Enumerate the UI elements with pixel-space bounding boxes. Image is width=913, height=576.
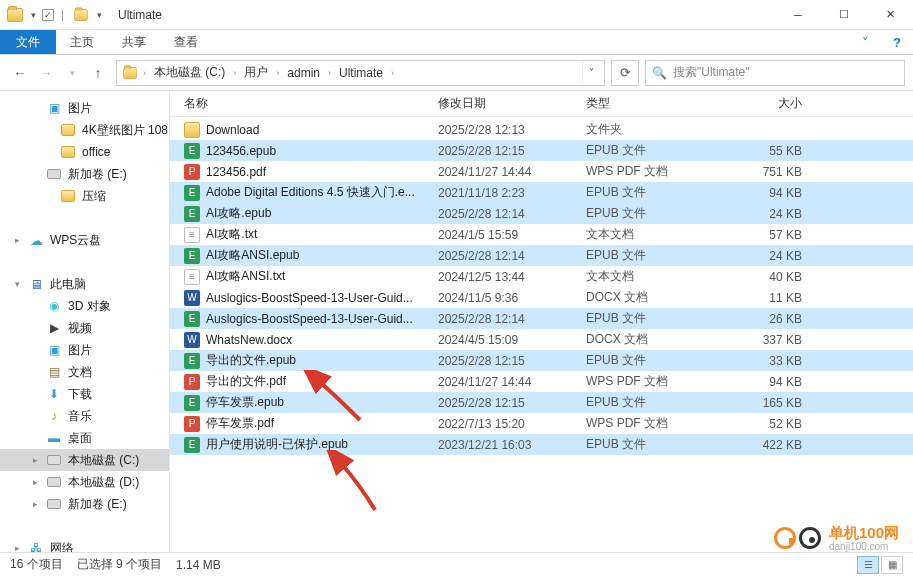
file-row[interactable]: EAI攻略ANSI.epub2025/2/28 12:14EPUB 文件24 K…	[170, 245, 913, 266]
minimize-button[interactable]: ─	[775, 0, 821, 30]
address-bar[interactable]: › 本地磁盘 (C:) › 用户 › admin › Ultimate › ˅	[116, 60, 605, 86]
file-row[interactable]: P导出的文件.pdf2024/11/27 14:44WPS PDF 文档94 K…	[170, 371, 913, 392]
nav-item-label: 4K壁纸图片 108	[82, 122, 168, 139]
file-row[interactable]: P停车发票.pdf2022/7/13 15:20WPS PDF 文档52 KB	[170, 413, 913, 434]
file-size: 165 KB	[714, 396, 824, 410]
title-bar: ▾ ✓ │ ▾ Ultimate ─ ☐ ✕	[0, 0, 913, 30]
chevron-right-icon[interactable]: ›	[326, 68, 333, 78]
view-details-button[interactable]: ☰	[857, 556, 879, 574]
nav-item[interactable]: 新加卷 (E:)	[0, 163, 169, 185]
col-header-size[interactable]: 大小	[714, 95, 824, 112]
nav-item-label: 此电脑	[50, 276, 86, 293]
history-dropdown[interactable]: ▾	[60, 61, 84, 85]
nav-item[interactable]: ⬇下载	[0, 383, 169, 405]
file-row[interactable]: E停车发票.epub2025/2/28 12:15EPUB 文件165 KB	[170, 392, 913, 413]
chevron-right-icon[interactable]: ›	[231, 68, 238, 78]
nav-item[interactable]: ▣图片	[0, 97, 169, 119]
nav-item[interactable]: ▸☁WPS云盘	[0, 229, 169, 251]
nav-item[interactable]: ◉3D 对象	[0, 295, 169, 317]
nav-item[interactable]: ▤文档	[0, 361, 169, 383]
file-date: 2025/2/28 12:14	[438, 312, 586, 326]
qat-sep-icon: │	[58, 10, 68, 20]
navigation-pane[interactable]: ▣图片4K壁纸图片 108office新加卷 (E:)压缩▸☁WPS云盘▾🖥此电…	[0, 91, 170, 552]
col-header-date[interactable]: 修改日期	[438, 95, 586, 112]
file-size: 94 KB	[714, 186, 824, 200]
file-tab[interactable]: 文件	[0, 30, 56, 54]
nav-item[interactable]: ▣图片	[0, 339, 169, 361]
nav-item[interactable]: ▬桌面	[0, 427, 169, 449]
tab-view[interactable]: 查看	[160, 30, 212, 54]
qat-properties-checkbox[interactable]: ✓	[42, 9, 54, 21]
breadcrumb-seg-2[interactable]: admin	[283, 61, 324, 85]
file-row[interactable]: WAuslogics-BoostSpeed-13-User-Guid...202…	[170, 287, 913, 308]
back-button[interactable]: ←	[8, 61, 32, 85]
breadcrumb-seg-1[interactable]: 用户	[240, 61, 272, 85]
col-header-name[interactable]: 名称	[178, 95, 438, 112]
refresh-button[interactable]: ⟳	[611, 60, 639, 86]
expand-icon[interactable]: ▸	[30, 477, 40, 487]
file-row[interactable]: EAdobe Digital Editions 4.5 快速入门.e...202…	[170, 182, 913, 203]
expand-icon[interactable]: ▸	[12, 235, 22, 245]
file-size: 52 KB	[714, 417, 824, 431]
watermark: 单机100网 danji100.com	[774, 524, 899, 552]
breadcrumb-seg-3[interactable]: Ultimate	[335, 61, 387, 85]
folder-small-icon[interactable]	[72, 6, 90, 24]
nav-item[interactable]: ♪音乐	[0, 405, 169, 427]
file-row[interactable]: E123456.epub2025/2/28 12:15EPUB 文件55 KB	[170, 140, 913, 161]
expand-icon[interactable]: ▸	[30, 455, 40, 465]
nav-item[interactable]: ▾🖥此电脑	[0, 273, 169, 295]
expand-icon[interactable]: ▸	[30, 499, 40, 509]
file-row[interactable]: E用户使用说明-已保护.epub2023/12/21 16:03EPUB 文件4…	[170, 434, 913, 455]
file-row[interactable]: ≡AI攻略ANSI.txt2024/12/5 13:44文本文档40 KB	[170, 266, 913, 287]
nav-item[interactable]: ▸本地磁盘 (C:)	[0, 449, 169, 471]
breadcrumb-seg-0[interactable]: 本地磁盘 (C:)	[150, 61, 229, 85]
help-button[interactable]: ?	[881, 30, 913, 54]
tab-share[interactable]: 共享	[108, 30, 160, 54]
forward-button[interactable]: →	[34, 61, 58, 85]
nav-item-label: 新加卷 (E:)	[68, 496, 127, 513]
qat-overflow-icon[interactable]: ▾	[94, 10, 104, 20]
nav-item[interactable]: ▸本地磁盘 (D:)	[0, 471, 169, 493]
nav-spacer	[0, 515, 169, 537]
chevron-right-icon[interactable]: ›	[141, 68, 148, 78]
file-size: 26 KB	[714, 312, 824, 326]
expand-icon[interactable]: ▸	[12, 543, 22, 552]
up-button[interactable]: ↑	[86, 61, 110, 85]
file-list[interactable]: Download2025/2/28 12:13文件夹E123456.epub20…	[170, 117, 913, 552]
nav-item[interactable]: ▶视频	[0, 317, 169, 339]
nav-item[interactable]: ▸新加卷 (E:)	[0, 493, 169, 515]
file-name: 导出的文件.pdf	[206, 373, 286, 390]
nav-item[interactable]: 压缩	[0, 185, 169, 207]
column-headers[interactable]: 名称 修改日期 类型 大小	[170, 91, 913, 117]
col-header-type[interactable]: 类型	[586, 95, 714, 112]
file-size: 11 KB	[714, 291, 824, 305]
tab-home[interactable]: 主页	[56, 30, 108, 54]
nav-item-label: 下载	[68, 386, 92, 403]
nav-item[interactable]: ▸🖧网络	[0, 537, 169, 552]
file-row[interactable]: P123456.pdf2024/11/27 14:44WPS PDF 文档751…	[170, 161, 913, 182]
file-row[interactable]: EAuslogics-BoostSpeed-13-User-Guid...202…	[170, 308, 913, 329]
view-icons-button[interactable]: ▦	[881, 556, 903, 574]
search-input[interactable]: 🔍 搜索"Ultimate"	[645, 60, 905, 86]
folder-row[interactable]: Download2025/2/28 12:13文件夹	[170, 119, 913, 140]
nav-item[interactable]: office	[0, 141, 169, 163]
ribbon-expand-button[interactable]: ˅	[849, 30, 881, 54]
chevron-right-icon[interactable]: ›	[389, 68, 396, 78]
chevron-right-icon[interactable]: ›	[274, 68, 281, 78]
file-type: DOCX 文档	[586, 289, 714, 306]
file-row[interactable]: EAI攻略.epub2025/2/28 12:14EPUB 文件24 KB	[170, 203, 913, 224]
expand-icon[interactable]: ▾	[12, 279, 22, 289]
file-row[interactable]: E导出的文件.epub2025/2/28 12:15EPUB 文件33 KB	[170, 350, 913, 371]
nav-item[interactable]: 4K壁纸图片 108	[0, 119, 169, 141]
close-button[interactable]: ✕	[867, 0, 913, 30]
address-dropdown-icon[interactable]: ˅	[582, 61, 600, 85]
file-row[interactable]: WWhatsNew.docx2024/4/5 15:09DOCX 文档337 K…	[170, 329, 913, 350]
qat-dropdown-icon[interactable]: ▾	[28, 10, 38, 20]
file-name: AI攻略.epub	[206, 205, 271, 222]
file-type: EPUB 文件	[586, 142, 714, 159]
nav-item-label: 音乐	[68, 408, 92, 425]
maximize-button[interactable]: ☐	[821, 0, 867, 30]
file-date: 2025/2/28 12:14	[438, 207, 586, 221]
file-row[interactable]: ≡AI攻略.txt2024/1/5 15:59文本文档57 KB	[170, 224, 913, 245]
nav-item-label: 视频	[68, 320, 92, 337]
